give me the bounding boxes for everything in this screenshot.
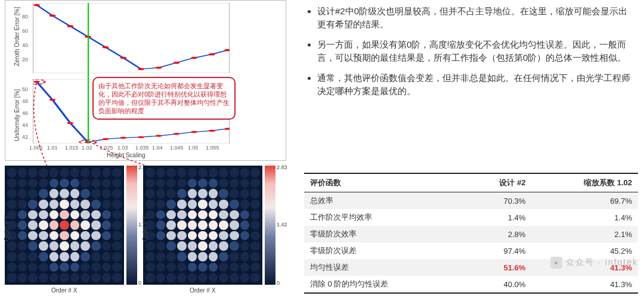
bullet-3: 通常，其他评价函数值会变差，但并非总是如此。在任何情况下，由光学工程师决定哪种方… <box>317 71 636 98</box>
svg-point-7 <box>138 68 144 70</box>
hm1-ylabel: Order # Y <box>4 216 10 241</box>
svg-point-3 <box>67 25 73 27</box>
y2-axis-label: Uniformity Error [%] <box>14 89 20 141</box>
scaling-marker-line <box>88 3 89 144</box>
svg-point-23 <box>191 131 197 133</box>
colorbar-1: 2.83 1.42 0 <box>126 166 137 285</box>
svg-point-9 <box>174 61 180 64</box>
y1-axis-label: Zeroth Order Error [%] <box>14 7 20 66</box>
bullet-list: 设计#2中0阶级次也明显较高，但并不占主导地位。在这里，缩放可能会显示出更有希望… <box>304 5 638 105</box>
hm2-xlabel: Order # X <box>190 287 215 294</box>
svg-point-11 <box>209 53 215 55</box>
svg-point-19 <box>120 137 127 139</box>
svg-point-22 <box>174 133 180 135</box>
svg-point-16 <box>67 122 73 124</box>
hm1-xlabel: Order # X <box>51 287 77 294</box>
zeroth-order-error-plot <box>33 3 230 73</box>
svg-point-15 <box>49 99 56 101</box>
heatmap-scaled: 2.83 1.42 0 Order # Y Order # X <box>143 166 275 299</box>
hm2-ylabel: Order # Y <box>142 216 148 241</box>
svg-point-10 <box>191 57 197 59</box>
bullet-2: 另一方面，如果没有第0阶，高度缩放变化不会优化均匀性误差。因此，一般而言，可以预… <box>317 38 636 64</box>
svg-point-21 <box>156 135 162 136</box>
colorbar-2: 2.83 1.42 0 <box>265 166 275 285</box>
svg-point-2 <box>49 14 56 17</box>
callout-box: 由于其他工作阶次无论如何都会发生显著变化，因此不必对0阶进行特别优化以获得理想的… <box>92 77 236 120</box>
svg-point-5 <box>103 46 109 48</box>
table-row: 工作阶次平均效率1.4%1.4% <box>304 209 638 226</box>
watermark: ✶ 众众号 · infotek <box>550 257 638 269</box>
svg-point-8 <box>156 67 162 69</box>
svg-point-14 <box>33 81 40 83</box>
svg-point-20 <box>138 136 144 138</box>
heatmap-design2: 2.83 1.42 0 Order # Y Order # X <box>5 166 137 299</box>
wechat-icon: ✶ <box>550 257 562 269</box>
results-table: 评价函数 设计 #2 缩放系数 1.02 总效率70.3%69.7%工作阶次平均… <box>304 173 638 294</box>
bullet-1: 设计#2中0阶级次也明显较高，但并不占主导地位。在这里，缩放可能会显示出更有希望… <box>317 5 636 31</box>
svg-point-6 <box>120 57 127 59</box>
svg-point-1 <box>33 4 40 7</box>
table-row: 零级阶次效率2.8%2.1% <box>304 226 638 242</box>
th-design2: 设计 #2 <box>464 173 531 192</box>
th-metric: 评价函数 <box>304 173 464 192</box>
line-charts-panel: Zeroth Order Error [%] 20 40 60 80 Unifo… <box>5 0 286 161</box>
th-scaled: 缩放系数 1.02 <box>531 173 638 192</box>
x-axis-label: Height Scaling <box>107 152 145 158</box>
svg-point-24 <box>209 130 215 132</box>
svg-point-18 <box>103 138 109 140</box>
table-row: 消除 0 阶的均匀性误差40.0%41.3% <box>304 276 638 293</box>
x-ticks: 1.005 1.01 1.015 1.02 1.025 1.03 1.035 1… <box>33 145 230 152</box>
table-row: 总效率70.3%69.7% <box>304 192 638 210</box>
